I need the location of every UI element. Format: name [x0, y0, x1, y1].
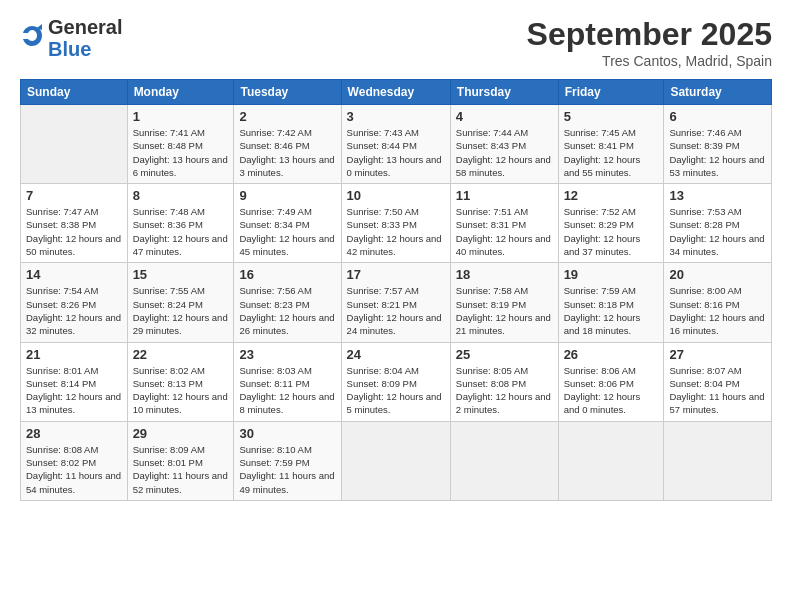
- table-row: 12Sunrise: 7:52 AM Sunset: 8:29 PM Dayli…: [558, 184, 664, 263]
- calendar-week-row: 21Sunrise: 8:01 AM Sunset: 8:14 PM Dayli…: [21, 342, 772, 421]
- day-number: 17: [347, 267, 445, 282]
- table-row: 25Sunrise: 8:05 AM Sunset: 8:08 PM Dayli…: [450, 342, 558, 421]
- day-number: 3: [347, 109, 445, 124]
- location: Tres Cantos, Madrid, Spain: [527, 53, 772, 69]
- table-row: 17Sunrise: 7:57 AM Sunset: 8:21 PM Dayli…: [341, 263, 450, 342]
- day-number: 30: [239, 426, 335, 441]
- day-number: 14: [26, 267, 122, 282]
- col-wednesday: Wednesday: [341, 80, 450, 105]
- day-info: Sunrise: 8:09 AM Sunset: 8:01 PM Dayligh…: [133, 443, 229, 496]
- col-thursday: Thursday: [450, 80, 558, 105]
- day-number: 9: [239, 188, 335, 203]
- calendar: Sunday Monday Tuesday Wednesday Thursday…: [20, 79, 772, 501]
- calendar-header-row: Sunday Monday Tuesday Wednesday Thursday…: [21, 80, 772, 105]
- table-row: 2Sunrise: 7:42 AM Sunset: 8:46 PM Daylig…: [234, 105, 341, 184]
- day-number: 15: [133, 267, 229, 282]
- day-number: 24: [347, 347, 445, 362]
- table-row: 8Sunrise: 7:48 AM Sunset: 8:36 PM Daylig…: [127, 184, 234, 263]
- page: General Blue September 2025 Tres Cantos,…: [0, 0, 792, 612]
- logo-text: General Blue: [48, 16, 122, 60]
- day-number: 12: [564, 188, 659, 203]
- calendar-week-row: 1Sunrise: 7:41 AM Sunset: 8:48 PM Daylig…: [21, 105, 772, 184]
- day-info: Sunrise: 7:56 AM Sunset: 8:23 PM Dayligh…: [239, 284, 335, 337]
- table-row: [558, 421, 664, 500]
- col-monday: Monday: [127, 80, 234, 105]
- day-info: Sunrise: 8:07 AM Sunset: 8:04 PM Dayligh…: [669, 364, 766, 417]
- table-row: 10Sunrise: 7:50 AM Sunset: 8:33 PM Dayli…: [341, 184, 450, 263]
- day-info: Sunrise: 7:41 AM Sunset: 8:48 PM Dayligh…: [133, 126, 229, 179]
- day-info: Sunrise: 7:52 AM Sunset: 8:29 PM Dayligh…: [564, 205, 659, 258]
- day-number: 10: [347, 188, 445, 203]
- day-number: 2: [239, 109, 335, 124]
- table-row: 4Sunrise: 7:44 AM Sunset: 8:43 PM Daylig…: [450, 105, 558, 184]
- day-info: Sunrise: 8:04 AM Sunset: 8:09 PM Dayligh…: [347, 364, 445, 417]
- table-row: [341, 421, 450, 500]
- table-row: 6Sunrise: 7:46 AM Sunset: 8:39 PM Daylig…: [664, 105, 772, 184]
- day-info: Sunrise: 8:00 AM Sunset: 8:16 PM Dayligh…: [669, 284, 766, 337]
- table-row: 7Sunrise: 7:47 AM Sunset: 8:38 PM Daylig…: [21, 184, 128, 263]
- day-info: Sunrise: 8:01 AM Sunset: 8:14 PM Dayligh…: [26, 364, 122, 417]
- table-row: 22Sunrise: 8:02 AM Sunset: 8:13 PM Dayli…: [127, 342, 234, 421]
- day-info: Sunrise: 7:43 AM Sunset: 8:44 PM Dayligh…: [347, 126, 445, 179]
- day-info: Sunrise: 7:50 AM Sunset: 8:33 PM Dayligh…: [347, 205, 445, 258]
- day-number: 27: [669, 347, 766, 362]
- table-row: 27Sunrise: 8:07 AM Sunset: 8:04 PM Dayli…: [664, 342, 772, 421]
- day-number: 21: [26, 347, 122, 362]
- day-number: 1: [133, 109, 229, 124]
- day-info: Sunrise: 7:45 AM Sunset: 8:41 PM Dayligh…: [564, 126, 659, 179]
- table-row: [664, 421, 772, 500]
- day-number: 22: [133, 347, 229, 362]
- day-number: 19: [564, 267, 659, 282]
- day-info: Sunrise: 7:58 AM Sunset: 8:19 PM Dayligh…: [456, 284, 553, 337]
- calendar-week-row: 14Sunrise: 7:54 AM Sunset: 8:26 PM Dayli…: [21, 263, 772, 342]
- table-row: [450, 421, 558, 500]
- table-row: 19Sunrise: 7:59 AM Sunset: 8:18 PM Dayli…: [558, 263, 664, 342]
- logo: General Blue: [20, 16, 122, 60]
- day-number: 26: [564, 347, 659, 362]
- calendar-week-row: 28Sunrise: 8:08 AM Sunset: 8:02 PM Dayli…: [21, 421, 772, 500]
- day-number: 20: [669, 267, 766, 282]
- day-number: 28: [26, 426, 122, 441]
- col-saturday: Saturday: [664, 80, 772, 105]
- day-info: Sunrise: 8:08 AM Sunset: 8:02 PM Dayligh…: [26, 443, 122, 496]
- col-sunday: Sunday: [21, 80, 128, 105]
- table-row: 18Sunrise: 7:58 AM Sunset: 8:19 PM Dayli…: [450, 263, 558, 342]
- table-row: 28Sunrise: 8:08 AM Sunset: 8:02 PM Dayli…: [21, 421, 128, 500]
- day-info: Sunrise: 7:49 AM Sunset: 8:34 PM Dayligh…: [239, 205, 335, 258]
- day-number: 6: [669, 109, 766, 124]
- table-row: 29Sunrise: 8:09 AM Sunset: 8:01 PM Dayli…: [127, 421, 234, 500]
- day-info: Sunrise: 7:59 AM Sunset: 8:18 PM Dayligh…: [564, 284, 659, 337]
- day-number: 29: [133, 426, 229, 441]
- table-row: [21, 105, 128, 184]
- day-info: Sunrise: 7:55 AM Sunset: 8:24 PM Dayligh…: [133, 284, 229, 337]
- day-number: 5: [564, 109, 659, 124]
- day-info: Sunrise: 7:42 AM Sunset: 8:46 PM Dayligh…: [239, 126, 335, 179]
- day-number: 4: [456, 109, 553, 124]
- table-row: 5Sunrise: 7:45 AM Sunset: 8:41 PM Daylig…: [558, 105, 664, 184]
- table-row: 9Sunrise: 7:49 AM Sunset: 8:34 PM Daylig…: [234, 184, 341, 263]
- table-row: 30Sunrise: 8:10 AM Sunset: 7:59 PM Dayli…: [234, 421, 341, 500]
- day-info: Sunrise: 8:05 AM Sunset: 8:08 PM Dayligh…: [456, 364, 553, 417]
- table-row: 24Sunrise: 8:04 AM Sunset: 8:09 PM Dayli…: [341, 342, 450, 421]
- day-info: Sunrise: 7:46 AM Sunset: 8:39 PM Dayligh…: [669, 126, 766, 179]
- table-row: 3Sunrise: 7:43 AM Sunset: 8:44 PM Daylig…: [341, 105, 450, 184]
- table-row: 16Sunrise: 7:56 AM Sunset: 8:23 PM Dayli…: [234, 263, 341, 342]
- col-tuesday: Tuesday: [234, 80, 341, 105]
- day-info: Sunrise: 8:02 AM Sunset: 8:13 PM Dayligh…: [133, 364, 229, 417]
- table-row: 15Sunrise: 7:55 AM Sunset: 8:24 PM Dayli…: [127, 263, 234, 342]
- month-title: September 2025: [527, 16, 772, 53]
- day-number: 18: [456, 267, 553, 282]
- day-info: Sunrise: 7:53 AM Sunset: 8:28 PM Dayligh…: [669, 205, 766, 258]
- day-info: Sunrise: 8:06 AM Sunset: 8:06 PM Dayligh…: [564, 364, 659, 417]
- header: General Blue September 2025 Tres Cantos,…: [20, 16, 772, 69]
- day-info: Sunrise: 7:51 AM Sunset: 8:31 PM Dayligh…: [456, 205, 553, 258]
- day-number: 25: [456, 347, 553, 362]
- day-number: 8: [133, 188, 229, 203]
- day-number: 7: [26, 188, 122, 203]
- day-info: Sunrise: 7:54 AM Sunset: 8:26 PM Dayligh…: [26, 284, 122, 337]
- day-info: Sunrise: 7:47 AM Sunset: 8:38 PM Dayligh…: [26, 205, 122, 258]
- logo-icon: [20, 24, 44, 52]
- table-row: 11Sunrise: 7:51 AM Sunset: 8:31 PM Dayli…: [450, 184, 558, 263]
- table-row: 23Sunrise: 8:03 AM Sunset: 8:11 PM Dayli…: [234, 342, 341, 421]
- day-info: Sunrise: 7:44 AM Sunset: 8:43 PM Dayligh…: [456, 126, 553, 179]
